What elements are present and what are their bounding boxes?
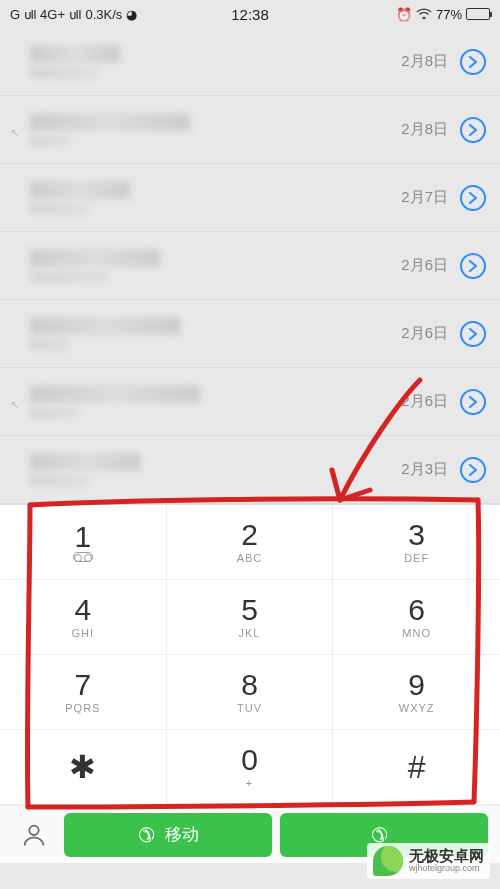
dial-key-0[interactable]: 0+ bbox=[167, 730, 334, 805]
voicemail-icon bbox=[73, 552, 93, 562]
dial-key-star[interactable]: ✱ bbox=[0, 730, 167, 805]
dial-key-sublabel: + bbox=[246, 777, 253, 789]
call-button-label: 移动 bbox=[165, 823, 199, 846]
watermark-url: wjhotelgroup.com bbox=[409, 864, 484, 874]
redacted-contact bbox=[30, 181, 401, 215]
call-date: 2月6日 bbox=[401, 256, 448, 275]
battery-percent: 77% bbox=[436, 7, 462, 22]
wifi-icon bbox=[416, 7, 432, 22]
call-date: 2月8日 bbox=[401, 52, 448, 71]
chevron-right-icon bbox=[468, 464, 478, 476]
dial-key-digit: 7 bbox=[74, 670, 91, 700]
watermark-logo bbox=[373, 846, 403, 876]
svg-point-0 bbox=[29, 825, 38, 834]
dial-key-sublabel: MNO bbox=[402, 627, 431, 639]
chevron-right-icon bbox=[468, 192, 478, 204]
dial-key-sublabel: GHI bbox=[72, 627, 95, 639]
redacted-contact bbox=[30, 317, 401, 351]
phone-icon: ✆ bbox=[138, 823, 155, 847]
call-log-row[interactable]: 2月3日 bbox=[0, 436, 500, 504]
dial-key-4[interactable]: 4GHI bbox=[0, 580, 167, 655]
redacted-contact bbox=[30, 45, 401, 79]
dial-key-digit: 2 bbox=[241, 520, 258, 550]
dial-key-digit: 1 bbox=[74, 522, 91, 552]
dial-key-sublabel: TUV bbox=[237, 702, 262, 714]
redacted-contact bbox=[30, 113, 401, 147]
call-button-sim1[interactable]: ✆ 移动 bbox=[64, 813, 272, 857]
dial-key-5[interactable]: 5JKL bbox=[167, 580, 334, 655]
call-log-row[interactable]: ↖ 2月8日 bbox=[0, 96, 500, 164]
call-detail-button[interactable] bbox=[460, 49, 486, 75]
dial-key-sublabel: DEF bbox=[404, 552, 429, 564]
network-indicator: G ᴜll 4G+ ᴜll bbox=[10, 7, 81, 22]
data-speed: 0.3K/s bbox=[85, 7, 122, 22]
call-log-row[interactable]: ↖ 2月6日 bbox=[0, 368, 500, 436]
dial-key-digit: 4 bbox=[74, 595, 91, 625]
call-date: 2月7日 bbox=[401, 188, 448, 207]
dial-key-digit: 8 bbox=[241, 670, 258, 700]
call-detail-button[interactable] bbox=[460, 253, 486, 279]
dial-pad: 12ABC3DEF4GHI5JKL6MNO7PQRS8TUV9WXYZ✱0+# bbox=[0, 504, 500, 805]
dial-key-sublabel: WXYZ bbox=[399, 702, 435, 714]
outgoing-call-icon: ↖ bbox=[10, 398, 20, 412]
call-log-list: 2月8日 ↖ 2月8日 2月7日 2月6日 bbox=[0, 28, 500, 504]
outgoing-call-icon: ↖ bbox=[10, 126, 20, 140]
status-bar: G ᴜll 4G+ ᴜll 0.3K/s ◕ 12:38 ⏰ 77% bbox=[0, 0, 500, 28]
call-log-row[interactable]: 2月8日 bbox=[0, 28, 500, 96]
contacts-button[interactable] bbox=[12, 821, 56, 849]
watermark-title: 无极安卓网 bbox=[409, 848, 484, 865]
dial-key-digit: 5 bbox=[241, 595, 258, 625]
call-date: 2月3日 bbox=[401, 460, 448, 479]
watermark: 无极安卓网 wjhotelgroup.com bbox=[367, 843, 490, 879]
call-log-row[interactable]: 2月6日 bbox=[0, 300, 500, 368]
call-detail-button[interactable] bbox=[460, 321, 486, 347]
call-detail-button[interactable] bbox=[460, 185, 486, 211]
dial-key-6[interactable]: 6MNO bbox=[333, 580, 500, 655]
dial-key-digit: 3 bbox=[408, 520, 425, 550]
dial-key-2[interactable]: 2ABC bbox=[167, 505, 334, 580]
dial-key-digit: # bbox=[408, 749, 426, 786]
chevron-right-icon bbox=[468, 328, 478, 340]
chevron-right-icon bbox=[468, 124, 478, 136]
dial-key-8[interactable]: 8TUV bbox=[167, 655, 334, 730]
clock: 12:38 bbox=[231, 6, 269, 23]
status-left: G ᴜll 4G+ ᴜll 0.3K/s ◕ bbox=[10, 7, 137, 22]
dial-key-7[interactable]: 7PQRS bbox=[0, 655, 167, 730]
chevron-right-icon bbox=[468, 56, 478, 68]
chevron-right-icon bbox=[468, 396, 478, 408]
call-log-row[interactable]: 2月7日 bbox=[0, 164, 500, 232]
dial-key-sublabel: PQRS bbox=[65, 702, 100, 714]
status-right: ⏰ 77% bbox=[396, 7, 490, 22]
dial-key-1[interactable]: 1 bbox=[0, 505, 167, 580]
battery-icon bbox=[466, 8, 490, 20]
call-date: 2月8日 bbox=[401, 120, 448, 139]
alarm-icon: ⏰ bbox=[396, 7, 412, 22]
call-detail-button[interactable] bbox=[460, 117, 486, 143]
call-date: 2月6日 bbox=[401, 392, 448, 411]
dial-key-sublabel: ABC bbox=[237, 552, 263, 564]
redacted-contact bbox=[30, 453, 401, 487]
dial-key-digit: ✱ bbox=[69, 748, 96, 786]
redacted-contact bbox=[30, 249, 401, 283]
call-detail-button[interactable] bbox=[460, 457, 486, 483]
person-icon bbox=[20, 821, 48, 849]
dial-key-hash[interactable]: # bbox=[333, 730, 500, 805]
call-detail-button[interactable] bbox=[460, 389, 486, 415]
dial-key-digit: 0 bbox=[241, 745, 258, 775]
dial-key-sublabel: JKL bbox=[239, 627, 261, 639]
chevron-right-icon bbox=[468, 260, 478, 272]
redacted-contact bbox=[30, 385, 401, 419]
call-log-row[interactable]: 2月6日 bbox=[0, 232, 500, 300]
call-date: 2月6日 bbox=[401, 324, 448, 343]
dial-key-digit: 9 bbox=[408, 670, 425, 700]
wechat-icon: ◕ bbox=[126, 7, 137, 22]
dial-key-9[interactable]: 9WXYZ bbox=[333, 655, 500, 730]
dial-key-digit: 6 bbox=[408, 595, 425, 625]
dial-key-3[interactable]: 3DEF bbox=[333, 505, 500, 580]
